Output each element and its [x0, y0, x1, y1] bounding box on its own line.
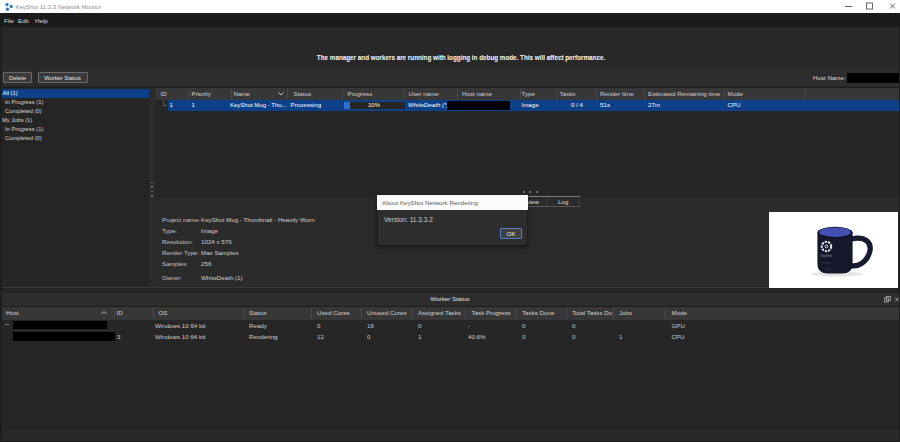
svg-text:KeyShot: KeyShot — [821, 254, 833, 258]
